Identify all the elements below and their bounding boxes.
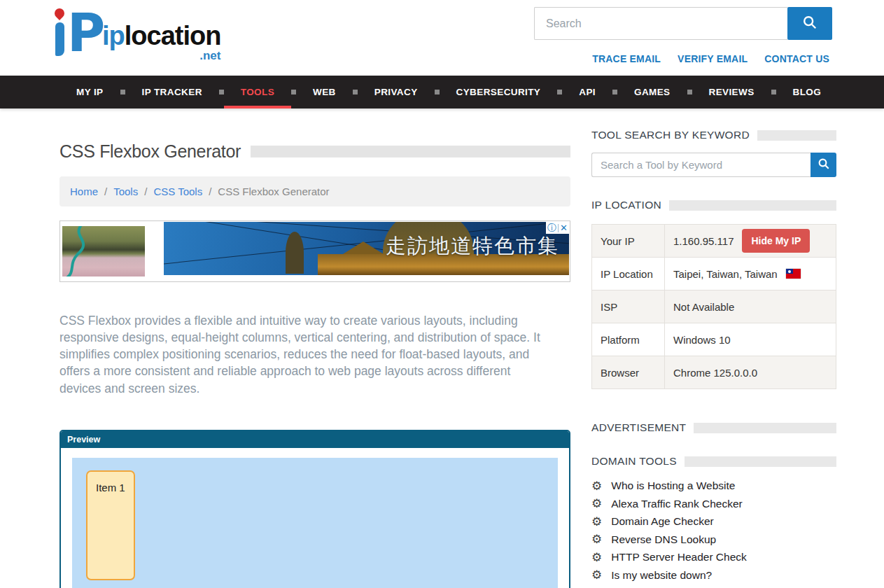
breadcrumb-css-tools[interactable]: CSS Tools	[153, 186, 202, 197]
logo-letter-p: P	[67, 10, 105, 56]
gear-icon: ⚙	[591, 516, 602, 528]
gear-icon: ⚙	[591, 569, 602, 581]
ad-close-icon[interactable]: ✕	[560, 223, 568, 232]
main-nav: MY IP IP TRACKER TOOLS WEB PRIVACY CYBER…	[0, 76, 884, 108]
nav-separator	[687, 90, 692, 94]
main-column: CSS Flexbox Generator Home / Tools / CSS…	[59, 108, 570, 588]
breadcrumb-tools[interactable]: Tools	[113, 186, 138, 197]
platform-value: Windows 10	[665, 323, 836, 356]
list-item[interactable]: ⚙ Alexa Traffic Rank Checker	[591, 498, 836, 510]
sidebar: TOOL SEARCH BY KEYWORD IP LOCATION Your …	[591, 108, 836, 588]
list-item[interactable]: ⚙ Is my website down?	[591, 569, 836, 582]
your-ip-label: Your IP	[592, 225, 665, 258]
table-row: ISP Not Available	[592, 290, 836, 323]
ad-left-image	[62, 226, 145, 276]
nav-separator	[291, 90, 296, 94]
table-row: Platform Windows 10	[592, 323, 836, 356]
flexbox-preview-container: Item 1	[72, 458, 558, 588]
list-item[interactable]: ⚙ Domain Age Checker	[591, 515, 836, 528]
tool-search-input[interactable]	[591, 153, 811, 177]
trace-email-link[interactable]: TRACE EMAIL	[592, 53, 661, 64]
ad-main-image: 走訪地道特色市集	[164, 222, 569, 275]
advertisement-heading-text: ADVERTISEMENT	[591, 421, 686, 434]
nav-item-tools[interactable]: TOOLS	[224, 76, 291, 108]
tool-search	[591, 153, 836, 177]
heading-decorative-bar	[694, 423, 836, 433]
domain-tool-link[interactable]: Domain Age Checker	[611, 515, 713, 528]
heading-decorative-bar	[757, 130, 836, 141]
ad-banner[interactable]: 走訪地道特色市集 ⓘ ✕	[59, 220, 570, 282]
breadcrumb-home[interactable]: Home	[70, 186, 98, 197]
nav-item-privacy[interactable]: PRIVACY	[358, 76, 435, 108]
browser-label: Browser	[592, 356, 665, 389]
header-search	[534, 7, 832, 40]
gear-icon: ⚙	[591, 480, 602, 492]
preview-panel-body: Item 1	[61, 448, 569, 588]
nav-separator	[353, 90, 358, 94]
domain-tool-link[interactable]: Is my website down?	[611, 569, 712, 582]
isp-label: ISP	[592, 290, 665, 323]
nav-item-web[interactable]: WEB	[296, 76, 353, 108]
nav-separator	[612, 90, 617, 94]
tool-description: CSS Flexbox provides a flexible and intu…	[59, 312, 549, 397]
gear-icon: ⚙	[591, 552, 602, 564]
header-search-button[interactable]	[787, 7, 832, 40]
nav-separator	[120, 90, 125, 94]
list-item[interactable]: ⚙ HTTP Server Header Check	[591, 551, 836, 564]
nav-item-games[interactable]: GAMES	[617, 76, 687, 108]
list-item[interactable]: ⚙ Who is Hosting a Website	[591, 479, 836, 492]
heading-decorative-bar	[669, 200, 836, 211]
page-title: CSS Flexbox Generator	[59, 141, 241, 162]
nav-item-blog[interactable]: BLOG	[776, 76, 839, 108]
tool-search-button[interactable]	[811, 153, 836, 177]
site-logo[interactable]: P iplocation .net	[53, 4, 220, 59]
header-search-input[interactable]	[534, 7, 787, 40]
ip-location-table: Your IP 1.160.95.117 Hide My IP IP Locat…	[591, 224, 836, 389]
adchoices-info-icon[interactable]: ⓘ	[547, 223, 556, 232]
ad-building-turret	[286, 232, 304, 274]
search-icon	[802, 15, 818, 32]
breadcrumb: Home / Tools / CSS Tools / CSS Flexbox G…	[59, 176, 570, 206]
list-item[interactable]: ⚙ Reverse DNS Lookup	[591, 533, 836, 546]
breadcrumb-separator: /	[104, 186, 107, 197]
flexbox-preview-item-1[interactable]: Item 1	[86, 470, 135, 580]
site-header: P iplocation .net TRACE EMAIL VERIFY EMA…	[0, 0, 884, 76]
tool-search-heading: TOOL SEARCH BY KEYWORD	[591, 129, 836, 141]
domain-tool-link[interactable]: HTTP Server Header Check	[611, 551, 747, 564]
browser-value: Chrome 125.0.0.0	[665, 356, 836, 389]
ip-location-label: IP Location	[592, 258, 665, 290]
logo-wordmark: iplocation .net	[102, 21, 220, 51]
nav-separator	[435, 90, 440, 94]
nav-item-api[interactable]: API	[562, 76, 612, 108]
ad-controls: ⓘ ✕	[546, 222, 569, 234]
nav-item-my-ip[interactable]: MY IP	[59, 76, 120, 108]
nav-item-ip-tracker[interactable]: IP TRACKER	[125, 76, 219, 108]
breadcrumb-separator: /	[209, 186, 211, 197]
contact-us-link[interactable]: CONTACT US	[764, 53, 829, 64]
ip-location-heading: IP LOCATION	[591, 199, 836, 211]
header-links: TRACE EMAIL VERIFY EMAIL CONTACT US	[592, 53, 829, 64]
ad-caption-text: 走訪地道特色市集	[386, 232, 559, 260]
nav-item-cybersecurity[interactable]: CYBERSECURITY	[440, 76, 558, 108]
hide-my-ip-button[interactable]: Hide My IP	[742, 229, 810, 253]
nav-separator	[557, 90, 562, 94]
logo-word-ip: ip	[102, 21, 125, 50]
domain-tool-link[interactable]: Alexa Traffic Rank Checker	[611, 498, 743, 510]
nav-separator	[219, 90, 224, 94]
map-pin-icon	[52, 6, 66, 20]
nav-item-reviews[interactable]: REVIEWS	[692, 76, 771, 108]
verify-email-link[interactable]: VERIFY EMAIL	[678, 53, 748, 64]
table-row: Your IP 1.160.95.117 Hide My IP	[592, 225, 836, 258]
table-row: IP Location Taipei, Taiwan, Taiwan	[592, 258, 836, 290]
content: CSS Flexbox Generator Home / Tools / CSS…	[0, 108, 884, 588]
page-title-row: CSS Flexbox Generator	[59, 141, 570, 162]
logo-tld: .net	[199, 49, 220, 63]
table-row: Browser Chrome 125.0.0.0	[592, 356, 836, 389]
preview-panel: Preview Item 1	[59, 430, 570, 588]
domain-tool-link[interactable]: Reverse DNS Lookup	[611, 533, 716, 546]
preview-panel-header: Preview	[61, 431, 569, 448]
domain-tools-heading-text: DOMAIN TOOLS	[591, 455, 677, 468]
logo-letter-i	[55, 22, 64, 56]
domain-tool-link[interactable]: Who is Hosting a Website	[611, 479, 735, 492]
domain-tools-heading: DOMAIN TOOLS	[591, 455, 836, 468]
